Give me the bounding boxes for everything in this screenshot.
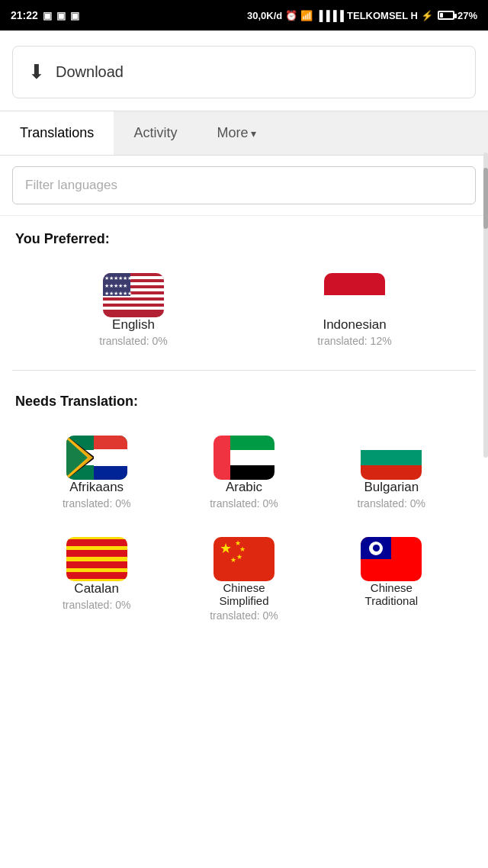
download-label: Download [56,63,124,81]
lang-name-afrikaans: Afrikaans [69,480,124,495]
needs-translation-grid-2: Catalan translated: 0% ★ ★ ★ ★ ★ Chinese… [15,525,473,637]
lang-name-catalan: Catalan [74,581,119,596]
wifi-icon: 📶 [300,10,313,21]
lang-item-catalan[interactable]: Catalan translated: 0% [23,525,170,637]
lang-name-english: English [112,317,155,333]
charging-icon: ⚡ [421,10,433,21]
status-bar: 21:22 ▣ ▣ ▣ 30,0K/d ⏰ 📶 ▐▐▐▐ TELKOMSEL H… [0,0,488,31]
flag-cn: ★ ★ ★ ★ ★ [214,537,274,581]
lang-item-english[interactable]: ★★★★★★★★★★★★★★★★★ English translated: 0% [23,261,244,362]
lang-translated-chinese-simplified: translated: 0% [210,609,278,622]
flag-tw [361,537,422,581]
flag-id [324,273,385,317]
lang-item-indonesian[interactable]: Indonesian translated: 12% [244,261,465,362]
flag-ca [66,537,127,581]
flag-us: ★★★★★★★★★★★★★★★★★ [103,273,164,317]
lang-name-bulgarian: Bulgarian [364,480,419,495]
carrier: TELKOMSEL H [347,10,418,21]
lang-translated-indonesian: translated: 12% [317,335,391,347]
download-icon: ⬇ [28,60,45,84]
lang-item-bulgarian[interactable]: Bulgarian translated: 0% [318,423,465,525]
filter-container [0,156,488,216]
signal-icon: ▐▐▐▐ [316,10,344,21]
lang-name-chinese-simplified: ChineseSimplified [219,581,268,607]
chevron-down-icon: ▾ [251,127,256,140]
lang-translated-bulgarian: translated: 0% [358,497,426,510]
preferred-languages-grid: ★★★★★★★★★★★★★★★★★ English translated: 0%… [15,261,473,362]
needs-translation-title: Needs Translation: [15,394,473,410]
you-preferred-section: You Preferred: ★★★★★★★★★★★★★★★★★ English… [0,216,488,362]
lang-item-chinese-simplified[interactable]: ★ ★ ★ ★ ★ ChineseSimplified translated: … [170,525,317,637]
time: 21:22 [11,9,38,21]
lang-name-chinese-traditional: ChineseTraditional [365,581,418,607]
flag-bg [361,436,422,480]
lang-translated-arabic: translated: 0% [210,497,278,510]
notification-icon2: ▣ [56,10,66,21]
filter-input[interactable] [12,166,476,204]
notification-icon3: ▣ [70,10,79,21]
lang-name-arabic: Arabic [226,480,262,495]
lang-item-chinese-traditional[interactable]: ChineseTraditional [318,525,465,637]
lang-item-afrikaans[interactable]: Afrikaans translated: 0% [23,423,170,525]
lang-translated-catalan: translated: 0% [63,599,131,611]
battery-percent: 27% [458,10,477,21]
scrollbar-thumb[interactable] [483,168,488,229]
alarm-icon: ⏰ [285,10,297,21]
scrollbar-track[interactable] [483,153,488,458]
svg-marker-4 [66,439,88,477]
lang-translated-afrikaans: translated: 0% [63,497,131,510]
lang-name-indonesian: Indonesian [323,317,386,333]
notification-icon: ▣ [43,10,52,21]
needs-translation-section: Needs Translation: [0,378,488,637]
lang-translated-english: translated: 0% [99,335,168,347]
section-divider [12,370,476,371]
needs-translation-grid: Afrikaans translated: 0% Arabic translat… [15,423,473,525]
tab-translations[interactable]: Translations [0,111,114,155]
download-bar[interactable]: ⬇ Download [12,46,476,98]
you-preferred-title: You Preferred: [15,231,473,247]
network-speed: 30,0K/d [247,10,282,21]
battery-icon [438,11,454,20]
tab-activity[interactable]: Activity [114,111,197,155]
tabs-container: Translations Activity More ▾ [0,111,488,156]
flag-za [66,436,127,480]
flag-ae [214,436,274,480]
lang-item-arabic[interactable]: Arabic translated: 0% [170,423,317,525]
tab-more[interactable]: More ▾ [197,111,276,155]
